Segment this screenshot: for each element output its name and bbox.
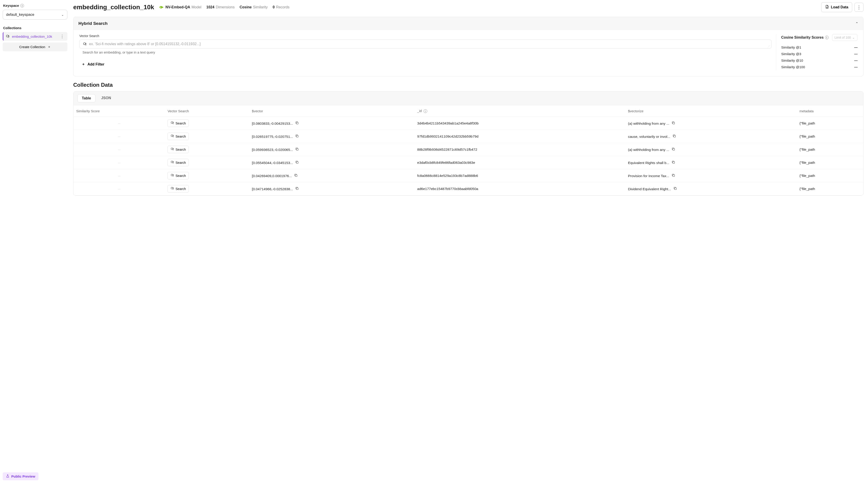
svg-rect-43	[297, 188, 298, 190]
score-value: —	[854, 65, 857, 69]
id-value: 88b28f9b936d4522871c69d57c1fb472	[417, 148, 477, 151]
info-icon[interactable]: i	[20, 4, 24, 7]
copy-icon[interactable]	[673, 134, 676, 138]
svg-point-21	[171, 148, 173, 150]
vector-search-icon	[170, 147, 174, 152]
panel-body: Vector Search ⋰ Search for an embedding,…	[73, 30, 863, 76]
limit-select[interactable]: Limit of 100 ⌄	[832, 34, 857, 41]
vector-value: [0.04714966,-0.0252838...	[252, 187, 293, 191]
copy-icon[interactable]	[295, 121, 299, 125]
copy-icon[interactable]	[295, 134, 299, 138]
vector-search-input[interactable]	[89, 42, 768, 46]
svg-rect-26	[673, 149, 675, 150]
vector-value: [0.04269409,0.0001976...	[252, 174, 292, 178]
tab-json[interactable]: JSON	[97, 94, 115, 102]
row-search-button[interactable]: Search	[167, 146, 189, 153]
copy-icon[interactable]	[672, 160, 675, 164]
header-actions: Load Data ⋮	[821, 2, 864, 12]
svg-rect-14	[673, 122, 675, 124]
public-preview-label: Public Preview	[11, 475, 35, 478]
score-row: Similarity @100 —	[781, 64, 857, 70]
table-row: —Search[0.0803833,-0.00429153...3d4b4b42…	[73, 117, 863, 130]
row-search-button[interactable]: Search	[167, 185, 189, 192]
svg-point-11	[173, 122, 174, 122]
vectorize-value: Provision for Income Tax...	[628, 174, 669, 178]
info-icon[interactable]: i	[825, 36, 829, 39]
tabs-bar: Table JSON	[73, 92, 863, 105]
score-value: —	[854, 52, 857, 56]
copy-icon[interactable]	[673, 187, 677, 190]
row-search-button[interactable]: Search	[167, 172, 189, 180]
create-collection-label: Create Collection	[19, 45, 45, 49]
load-data-icon	[825, 5, 829, 10]
copy-icon[interactable]	[295, 187, 299, 190]
svg-point-23	[173, 148, 174, 149]
cell-metadata: {"file_path	[797, 156, 863, 169]
svg-rect-20	[674, 135, 676, 137]
metadata-value: {"file_path	[800, 174, 815, 178]
scores-title-text: Cosine Similarity Scores	[781, 35, 824, 39]
similarity-meta: Cosine Similarity	[240, 5, 268, 9]
copy-icon[interactable]	[672, 121, 675, 125]
section-title: Collection Data	[73, 82, 864, 88]
more-actions-button[interactable]: ⋮	[855, 3, 864, 12]
table-scroll[interactable]: Similarity Score Vector Search $vector _…	[73, 105, 863, 195]
copy-icon[interactable]	[672, 147, 675, 151]
score-label: Similarity @10	[781, 59, 803, 62]
load-data-button[interactable]: Load Data	[821, 2, 852, 12]
tab-table[interactable]: Table	[78, 94, 95, 102]
panel-header[interactable]: Hybrid Search ⌃	[73, 17, 863, 30]
info-icon[interactable]: i	[424, 109, 427, 113]
cell-vectorize: Dividend Equivalent Right...	[625, 182, 797, 195]
row-search-label: Search	[176, 135, 186, 138]
cell-search: Search	[165, 169, 249, 182]
public-preview-badge[interactable]: Public Preview	[3, 472, 38, 480]
row-search-button[interactable]: Search	[167, 133, 189, 140]
svg-line-34	[173, 176, 174, 176]
row-search-button[interactable]: Search	[167, 159, 189, 166]
sidebar: Keyspace i default_keyspace ⌄ Collection…	[0, 0, 70, 483]
chevron-up-icon[interactable]: ⌃	[855, 22, 858, 26]
copy-icon[interactable]	[294, 173, 298, 177]
svg-point-17	[173, 135, 174, 135]
table-row: —Search[0.059936523,-0.020065...88b28f9b…	[73, 143, 863, 156]
cell-similarity: —	[73, 156, 165, 169]
cell-similarity: —	[73, 143, 165, 156]
row-search-button[interactable]: Search	[167, 120, 189, 127]
svg-rect-32	[673, 162, 675, 163]
sidebar-item-collection[interactable]: embedding_collection_10k ⋮	[3, 32, 67, 41]
copy-icon[interactable]	[295, 147, 299, 151]
cell-id: 3d4b4b4211b543439ab1a245e4a8f30b	[414, 117, 625, 130]
svg-point-33	[171, 174, 173, 176]
vectorize-value: cause, voluntarily or invol...	[628, 135, 670, 138]
svg-point-7	[86, 43, 86, 43]
cell-metadata: {"file_path	[797, 117, 863, 130]
chevron-down-icon: ⌄	[852, 36, 855, 39]
vector-search-icon	[170, 160, 174, 165]
copy-icon[interactable]	[295, 160, 299, 164]
vector-search-field[interactable]: ⋰	[79, 39, 772, 49]
keyspace-select[interactable]: default_keyspace ⌄	[3, 10, 67, 20]
model-label: Model	[191, 5, 202, 9]
cell-similarity: —	[73, 117, 165, 130]
metadata-value: {"file_path	[800, 187, 815, 191]
kebab-icon[interactable]: ⋮	[59, 34, 65, 38]
resize-handle-icon[interactable]: ⋰	[768, 45, 770, 47]
vector-search-icon	[83, 42, 87, 46]
cell-vector: [0.026519775,-0.020751...	[249, 130, 414, 143]
svg-line-10	[173, 123, 174, 124]
dimensions-value: 1024	[206, 5, 215, 9]
main: embedding_collection_10k NV-Embed-QA Mod…	[70, 0, 868, 483]
cell-similarity: —	[73, 130, 165, 143]
table-row: —Search[0.05545044,-0.0345153...e3daf0cb…	[73, 156, 863, 169]
kebab-icon: ⋮	[857, 4, 861, 10]
cell-vectorize: Provision for Income Tax...	[625, 169, 797, 182]
create-collection-button[interactable]: Create Collection ＋	[3, 42, 67, 51]
copy-icon[interactable]	[672, 173, 675, 177]
add-filter-button[interactable]: ＋ Add Filter	[79, 61, 107, 68]
vector-search-icon	[170, 187, 174, 191]
row-search-label: Search	[176, 187, 186, 191]
svg-point-2	[8, 35, 9, 36]
records-meta: 0 Records	[273, 5, 289, 9]
svg-point-0	[6, 35, 8, 37]
